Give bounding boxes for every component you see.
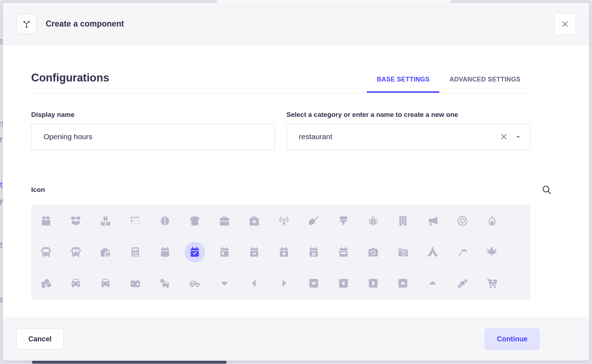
- icon-option-calendar-day[interactable]: [210, 237, 239, 268]
- icon-option-bug[interactable]: [358, 205, 388, 237]
- calendar-plus-icon: [278, 246, 290, 258]
- icon-option-caret-square-right[interactable]: [358, 268, 388, 299]
- component-icon: [16, 14, 36, 34]
- bug-icon: [367, 215, 379, 227]
- car-alt-icon: [99, 277, 112, 289]
- icon-picker-header: Icon: [31, 184, 552, 195]
- icon-option-building[interactable]: [388, 205, 418, 237]
- icon-option-car-side[interactable]: [180, 268, 210, 299]
- business-time-icon: [99, 246, 112, 258]
- icon-option-broadcast-tower[interactable]: [269, 205, 299, 237]
- box-icon: [40, 215, 52, 227]
- capsules-icon: [40, 277, 52, 289]
- icon-option-caret-square-left[interactable]: [329, 268, 358, 299]
- icon-option-cart-arrow-down[interactable]: [477, 268, 507, 299]
- search-icon[interactable]: [541, 184, 552, 195]
- icon-option-box-open[interactable]: [61, 205, 91, 237]
- caret-left-icon: [248, 277, 260, 289]
- calendar-week-icon: [337, 246, 349, 258]
- car-crash-icon: [159, 277, 171, 289]
- continue-button[interactable]: Continue: [485, 329, 540, 349]
- icon-option-bus-alt[interactable]: [61, 237, 91, 268]
- icon-option-bus[interactable]: [31, 237, 61, 268]
- tab-advanced-settings[interactable]: ADVANCED SETTINGS: [439, 76, 530, 93]
- icon-option-capsules[interactable]: [31, 268, 61, 299]
- icon-option-calendar-minus[interactable]: [239, 237, 269, 268]
- icon-option-camera-retro[interactable]: [388, 237, 418, 268]
- icon-option-caret-square-up[interactable]: [388, 268, 418, 299]
- icon-option-car[interactable]: [61, 268, 91, 299]
- briefcase-medical-icon: [248, 215, 260, 227]
- caret-up-icon: [427, 277, 439, 289]
- icon-option-bullhorn[interactable]: [418, 205, 448, 237]
- icon-option-calculator[interactable]: [120, 237, 150, 268]
- icon-option-bullseye[interactable]: [448, 205, 477, 237]
- icon-option-caret-right[interactable]: [269, 268, 299, 299]
- calculator-icon: [129, 246, 141, 258]
- calendar-minus-icon: [248, 246, 260, 258]
- icon-option-brush[interactable]: [329, 205, 358, 237]
- create-component-modal: Create a component Configurations BASE S…: [3, 3, 589, 360]
- cancel-button[interactable]: Cancel: [16, 329, 64, 349]
- caret-down-icon: [218, 277, 230, 289]
- candy-cane-icon: [456, 246, 468, 258]
- carrot-icon: [456, 277, 468, 289]
- icon-option-bread-slice[interactable]: [180, 205, 210, 237]
- icon-option-camera[interactable]: [358, 237, 388, 268]
- icon-option-car-battery[interactable]: [120, 268, 150, 299]
- icon-option-caret-down[interactable]: [210, 268, 239, 299]
- bullhorn-icon: [427, 215, 439, 227]
- section-title: Configurations: [31, 72, 109, 93]
- icon-option-briefcase[interactable]: [210, 205, 239, 237]
- car-icon: [70, 277, 82, 289]
- background-content-strip: [217, 0, 450, 3]
- clear-category-icon[interactable]: [498, 131, 510, 143]
- bullseye-icon: [456, 215, 468, 227]
- cart-arrow-down-icon: [486, 277, 498, 289]
- display-name-input[interactable]: [44, 132, 266, 141]
- boxes-icon: [99, 215, 112, 227]
- settings-tabs: BASE SETTINGS ADVANCED SETTINGS: [367, 76, 530, 93]
- background-scrollbar[interactable]: [32, 361, 227, 364]
- icon-option-braille[interactable]: [120, 205, 150, 237]
- icon-option-briefcase-medical[interactable]: [239, 205, 269, 237]
- icon-option-boxes[interactable]: [91, 205, 120, 237]
- car-side-icon: [189, 277, 201, 289]
- icon-option-calendar-times[interactable]: [299, 237, 329, 268]
- icon-option-caret-left[interactable]: [239, 268, 269, 299]
- close-button[interactable]: [554, 13, 576, 35]
- display-name-label: Display name: [31, 111, 275, 119]
- icon-option-calendar[interactable]: [150, 237, 180, 268]
- icon-option-broom[interactable]: [299, 205, 329, 237]
- display-name-input-box: [31, 124, 275, 150]
- icon-option-brain[interactable]: [150, 205, 180, 237]
- icon-option-box[interactable]: [31, 205, 61, 237]
- box-open-icon: [70, 215, 82, 227]
- icon-option-calendar-week[interactable]: [329, 237, 358, 268]
- icon-option-car-alt[interactable]: [91, 268, 120, 299]
- icon-option-caret-up[interactable]: [418, 268, 448, 299]
- icon-option-calendar-plus[interactable]: [269, 237, 299, 268]
- dropdown-caret-icon[interactable]: [515, 133, 522, 140]
- calendar-icon: [159, 246, 171, 258]
- bread-slice-icon: [189, 215, 201, 227]
- category-input[interactable]: [299, 132, 498, 141]
- icon-option-campground[interactable]: [418, 237, 448, 268]
- burn-icon: [486, 215, 498, 227]
- icon-option-burn[interactable]: [477, 205, 507, 237]
- calendar-times-icon: [308, 246, 320, 258]
- brain-icon: [159, 215, 171, 227]
- camera-icon: [367, 246, 379, 258]
- icon-option-caret-square-down[interactable]: [299, 268, 329, 299]
- icon-option-carrot[interactable]: [448, 268, 477, 299]
- category-combobox: [286, 124, 530, 150]
- broadcast-tower-icon: [278, 215, 290, 227]
- icon-option-calendar-check[interactable]: [180, 237, 210, 268]
- modal-footer: Cancel Continue: [3, 317, 589, 360]
- icon-option-candy-cane[interactable]: [448, 237, 477, 268]
- icon-option-car-crash[interactable]: [150, 268, 180, 299]
- tab-base-settings[interactable]: BASE SETTINGS: [367, 76, 439, 93]
- car-battery-icon: [129, 277, 141, 289]
- icon-option-business-time[interactable]: [91, 237, 120, 268]
- icon-option-cannabis[interactable]: [477, 237, 507, 268]
